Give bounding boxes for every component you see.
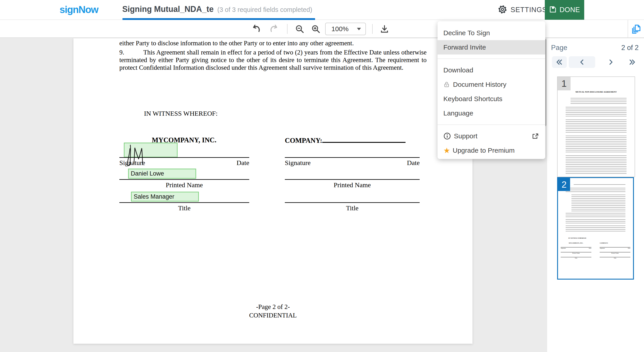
chevrons-left-icon (556, 58, 563, 66)
zoom-in-button[interactable] (311, 24, 321, 34)
thumbnail-text-lines (572, 195, 626, 211)
menu-item-label: Keyboard Shortcuts (443, 95, 502, 103)
menu-item-label: Language (443, 109, 473, 117)
menu-item-download[interactable]: Download (438, 63, 545, 77)
right-company-label: COMPANY: (285, 136, 406, 145)
thumbnail-text-lines (566, 226, 626, 232)
info-icon (443, 132, 451, 140)
settings-dropdown-menu: Decline To Sign Forward Invite Download … (438, 21, 545, 159)
undo-button[interactable] (252, 24, 262, 34)
menu-item-document-history[interactable]: Document History (438, 77, 545, 92)
chevron-left-icon (578, 58, 586, 66)
menu-item-language[interactable]: Language (438, 106, 545, 120)
paragraph-9-number: 9. (119, 48, 143, 56)
page-label: Page (551, 44, 567, 52)
page-footer: -Page 2 of 2- CONFIDENTIAL (74, 302, 472, 319)
printed-name-label-right: Printed Name (285, 181, 420, 189)
thumbnail-doc-title: MUTUAL NON-DISCLOSURE AGREEMENT (564, 91, 628, 93)
completion-progress-bar (122, 18, 315, 20)
thumbnail-text-lines (570, 98, 626, 105)
signature-line-right (285, 157, 420, 158)
signature-line-left (119, 157, 249, 158)
toolbar-divider (287, 24, 288, 34)
last-page-button[interactable] (626, 56, 639, 68)
next-page-button[interactable] (604, 56, 618, 68)
thumbnail-text-lines (566, 219, 626, 224)
previous-page-button[interactable] (569, 56, 595, 68)
menu-divider (438, 59, 545, 59)
thumbnail-company-left: MYCOMPANY, INC. (561, 242, 592, 244)
menu-item-label: Support (454, 132, 478, 140)
thumbnail-1-content: MUTUAL NON-DISCLOSURE AGREEMENT CONFIDEN… (558, 91, 634, 177)
date-label: Date (236, 159, 249, 166)
thumbnail-right-column: COMPANY: Signature Date Printed Name Tit… (600, 242, 630, 259)
signature-date-labels-left: Signature Date (119, 159, 249, 166)
thumbnail-company-right: COMPANY: (600, 242, 630, 244)
title-field[interactable]: Sales Manager (131, 192, 199, 202)
thumbnail-signature-label: Signature (600, 248, 605, 249)
signature-label: Signature (285, 159, 310, 166)
chevrons-right-icon (628, 58, 636, 66)
paragraph-9-text: This Agreement shall remain in effect fo… (119, 49, 426, 71)
thumbnail-labels: Signature Date (600, 248, 630, 249)
chevron-down-icon (357, 28, 361, 30)
settings-label: SETTINGS (510, 6, 547, 14)
menu-item-label: Forward Invite (443, 44, 486, 51)
page-thumbnail-1[interactable]: 1 MUTUAL NON-DISCLOSURE AGREEMENT CONFID… (557, 76, 635, 177)
document-page: either Party to disclose information to … (74, 38, 472, 344)
page-thumbnail-2-selected[interactable]: 2 IN WITNESS WHEREOF: MYCOMPANY, INC. Si… (557, 177, 634, 280)
menu-item-forward-invite[interactable]: Forward Invite (438, 40, 545, 55)
date-label: Date (407, 159, 420, 166)
pages-panel-icon[interactable] (632, 24, 642, 34)
redo-button[interactable] (268, 24, 278, 34)
document-title: Signing Mutual_NDA_te (122, 5, 214, 14)
menu-item-support[interactable]: Support (438, 129, 545, 143)
thumbnail-witness-heading: IN WITNESS WHEREOF: (568, 237, 633, 239)
document-title-wrap: Signing Mutual_NDA_te (3 of 3 required f… (122, 5, 312, 14)
menu-item-upgrade-to-premium[interactable]: ★ Upgrade to Premium (438, 143, 545, 158)
menu-item-decline-to-sign[interactable]: Decline To Sign (438, 26, 545, 40)
thumbnail-text-lines (566, 107, 626, 117)
signature-field[interactable] (124, 143, 178, 157)
printed-name-label-left: Printed Name (119, 181, 249, 189)
lock-icon (443, 81, 450, 88)
signature-label: Signature (119, 159, 145, 166)
star-icon: ★ (443, 147, 450, 154)
pages-header: Page 2 of 2 (551, 44, 639, 52)
company-name-blank-line (322, 136, 406, 143)
signature-date-labels-right: Signature Date (285, 159, 420, 166)
thumbnail-labels: Signature Date (561, 248, 592, 249)
witness-heading: IN WITNESS WHEREOF: (144, 110, 218, 117)
menu-item-label: Upgrade to Premium (452, 147, 514, 154)
paragraph-9: 9.This Agreement shall remain in effect … (119, 48, 426, 71)
first-page-button[interactable] (552, 56, 567, 68)
footer-page-number: -Page 2 of 2- (74, 302, 472, 311)
toolbar-divider (372, 24, 372, 34)
zoom-level-dropdown[interactable]: 100% (325, 23, 366, 35)
done-button[interactable]: DONE (545, 0, 584, 20)
document-toolbar: 100% (0, 20, 644, 38)
thumbnail-text-lines (566, 136, 626, 153)
printed-name-line-right (285, 179, 420, 180)
zoom-out-button[interactable] (295, 24, 305, 34)
settings-button[interactable]: SETTINGS (498, 0, 547, 20)
paragraph-8-tail: either Party to disclose information to … (119, 39, 426, 47)
menu-item-keyboard-shortcuts[interactable]: Keyboard Shortcuts (438, 92, 545, 106)
gear-icon (498, 5, 508, 15)
printed-name-field[interactable]: Daniel Lowe (128, 168, 196, 179)
done-label: DONE (560, 6, 580, 14)
thumbnail-text-lines (566, 213, 626, 218)
printed-name-line-left (119, 179, 249, 180)
thumbnail-printed-name-label: Printed Name (600, 252, 630, 254)
menu-item-label: Document History (453, 81, 506, 88)
title-label-left: Title (119, 204, 249, 212)
download-button[interactable] (379, 24, 390, 34)
thumbnail-signature-label: Signature (561, 248, 566, 249)
thumbnail-text-lines (574, 184, 626, 186)
page-indicator: 2 of 2 (621, 44, 639, 52)
title-line-right (285, 202, 420, 203)
thumbnail-2-content: IN WITNESS WHEREOF: MYCOMPANY, INC. Sign… (558, 184, 633, 280)
page-navigation (547, 56, 644, 68)
thumbnail-title-label: Title (600, 257, 630, 259)
thumbnail-left-column: MYCOMPANY, INC. Signature Date Printed N… (561, 242, 592, 259)
